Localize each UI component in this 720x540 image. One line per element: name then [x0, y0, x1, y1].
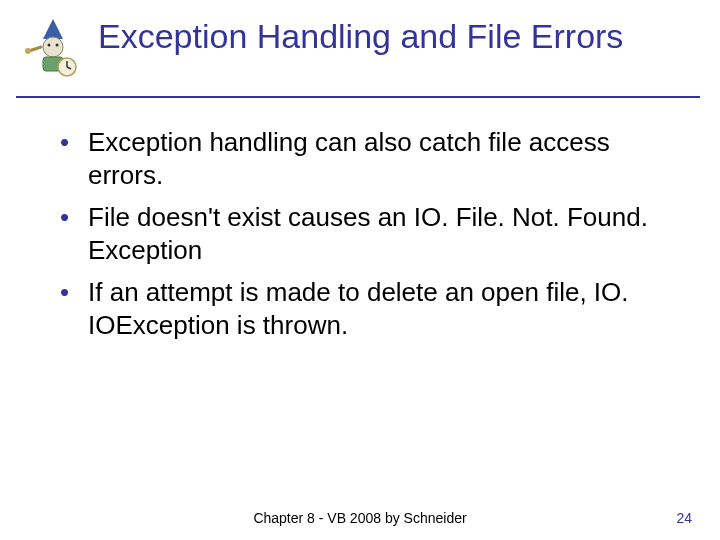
svg-point-2	[48, 44, 51, 47]
slide: Exception Handling and File Errors Excep…	[0, 0, 720, 540]
slide-body: Exception handling can also catch file a…	[0, 98, 720, 341]
footer-text: Chapter 8 - VB 2008 by Schneider	[253, 510, 466, 526]
svg-point-1	[43, 37, 63, 57]
bullet-list: Exception handling can also catch file a…	[60, 126, 680, 341]
page-number: 24	[676, 510, 692, 526]
svg-point-9	[25, 48, 31, 54]
list-item: If an attempt is made to delete an open …	[60, 276, 680, 341]
slide-header: Exception Handling and File Errors	[0, 0, 720, 92]
wizard-robot-clock-icon	[16, 14, 90, 84]
slide-title: Exception Handling and File Errors	[90, 14, 623, 57]
slide-footer: Chapter 8 - VB 2008 by Schneider 24	[0, 510, 720, 526]
list-item: File doesn't exist causes an IO. File. N…	[60, 201, 680, 266]
svg-marker-0	[43, 19, 63, 39]
svg-point-3	[56, 44, 59, 47]
list-item: Exception handling can also catch file a…	[60, 126, 680, 191]
